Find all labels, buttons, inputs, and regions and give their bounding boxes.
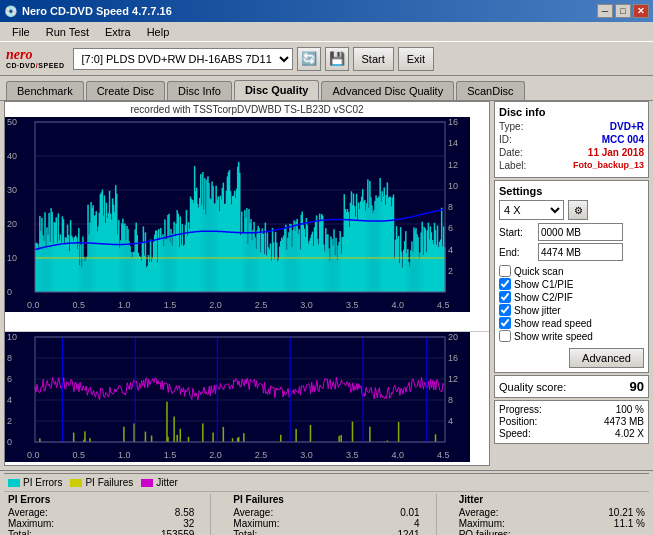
chart-bottom [5,332,489,465]
speed-selector[interactable]: 4 X [499,200,564,220]
pif-total-value: 1241 [397,529,419,535]
jitter-stats: Jitter Average: 10.21 % Maximum: 11.1 % … [453,494,645,535]
menu-run-test[interactable]: Run Test [38,24,97,40]
disc-label-label: Label: [499,160,526,171]
stats-area: PI Errors Average: 8.58 Maximum: 32 Tota… [4,491,649,535]
quality-score-label: Quality score: [499,381,566,393]
pif-stats: PI Failures Average: 0.01 Maximum: 4 Tot… [227,494,419,535]
toolbar: nero CD·DVD/SPEED [7:0] PLDS DVD+RW DH-1… [0,42,653,76]
quality-score-value: 90 [630,379,644,394]
pie-avg-value: 8.58 [175,507,194,518]
menu-bar: File Run Test Extra Help [0,22,653,42]
pie-total-label: Total: [8,529,32,535]
start-label: Start: [499,227,534,238]
show-c1pie-label: Show C1/PIE [514,279,573,290]
settings-icon-button[interactable]: ⚙ [568,200,588,220]
menu-file[interactable]: File [4,24,38,40]
pif-legend: PI Failures [70,477,133,488]
show-c1pie-checkbox[interactable] [499,278,511,290]
start-button[interactable]: Start [353,47,394,71]
progress-label: Progress: [499,404,542,415]
quality-score-row: Quality score: 90 [494,375,649,398]
refresh-button[interactable]: 🔄 [297,47,321,71]
drive-selector[interactable]: [7:0] PLDS DVD+RW DH-16ABS 7D11 [73,48,293,70]
menu-help[interactable]: Help [139,24,178,40]
disc-type-value: DVD+R [610,121,644,132]
chart-subtitle: recorded with TSSTcorpDVDWBD TS-LB23D vS… [5,102,489,117]
pif-stats-title: PI Failures [233,494,419,505]
end-label: End: [499,247,534,258]
minimize-button[interactable]: ─ [597,4,613,18]
pif-avg-label: Average: [233,507,273,518]
tab-bar: Benchmark Create Disc Disc Info Disc Qua… [0,76,653,100]
position-label: Position: [499,416,537,427]
speed-label: Speed: [499,428,531,439]
disc-info-title: Disc info [499,106,644,118]
pie-legend-label: PI Errors [23,477,62,488]
title-bar-text: Nero CD-DVD Speed 4.7.7.16 [22,5,172,17]
maximize-button[interactable]: □ [615,4,631,18]
app-icon: 💿 [4,5,18,18]
settings-title: Settings [499,185,644,197]
disc-date-value: 11 Jan 2018 [588,147,644,158]
advanced-button[interactable]: Advanced [569,348,644,368]
pif-color-box [70,479,82,487]
disc-type-label: Type: [499,121,523,132]
pie-color-box [8,479,20,487]
exit-button[interactable]: Exit [398,47,434,71]
jitter-stats-title: Jitter [459,494,645,505]
disc-id-value: MCC 004 [602,134,644,145]
position-value: 4473 MB [604,416,644,427]
disc-date-label: Date: [499,147,523,158]
pif-total-label: Total: [233,529,257,535]
chart-top [5,117,489,332]
show-c2pif-checkbox[interactable] [499,291,511,303]
pie-max-label: Maximum: [8,518,54,529]
legend-bar: PI Errors PI Failures Jitter [4,473,649,491]
disc-id-label: ID: [499,134,512,145]
show-read-speed-checkbox[interactable] [499,317,511,329]
quick-scan-label: Quick scan [514,266,563,277]
save-button[interactable]: 💾 [325,47,349,71]
po-failures-value: - [642,529,645,535]
pie-max-value: 32 [183,518,194,529]
show-write-speed-checkbox[interactable] [499,330,511,342]
tab-scan-disc[interactable]: ScanDisc [456,81,524,100]
tab-disc-info[interactable]: Disc Info [167,81,232,100]
progress-box: Progress: 100 % Position: 4473 MB Speed:… [494,400,649,444]
pie-legend: PI Errors [8,477,62,488]
speed-value: 4.02 X [615,428,644,439]
jitter-legend: Jitter [141,477,178,488]
end-input[interactable] [538,243,623,261]
jitter-avg-value: 10.21 % [608,507,645,518]
pif-max-value: 4 [414,518,420,529]
tab-disc-quality[interactable]: Disc Quality [234,80,320,100]
show-read-speed-label: Show read speed [514,318,592,329]
app-logo: nero CD·DVD/SPEED [6,48,65,69]
jitter-max-label: Maximum: [459,518,505,529]
pif-legend-label: PI Failures [85,477,133,488]
tab-advanced-disc-quality[interactable]: Advanced Disc Quality [321,81,454,100]
disc-info-box: Disc info Type: DVD+R ID: MCC 004 Date: … [494,101,649,178]
quick-scan-checkbox[interactable] [499,265,511,277]
close-button[interactable]: ✕ [633,4,649,18]
disc-label-value: Foto_backup_13 [573,160,644,171]
po-failures-label: PO failures: [459,529,511,535]
pie-stats: PI Errors Average: 8.58 Maximum: 32 Tota… [8,494,194,535]
show-jitter-label: Show jitter [514,305,561,316]
tab-create-disc[interactable]: Create Disc [86,81,165,100]
show-write-speed-label: Show write speed [514,331,593,342]
menu-extra[interactable]: Extra [97,24,139,40]
jitter-color-box [141,479,153,487]
pif-max-label: Maximum: [233,518,279,529]
jitter-legend-label: Jitter [156,477,178,488]
pif-avg-value: 0.01 [400,507,419,518]
pie-stats-title: PI Errors [8,494,194,505]
tab-benchmark[interactable]: Benchmark [6,81,84,100]
start-input[interactable] [538,223,623,241]
show-jitter-checkbox[interactable] [499,304,511,316]
pie-avg-label: Average: [8,507,48,518]
jitter-max-value: 11.1 % [614,518,645,529]
progress-value: 100 % [616,404,644,415]
show-c2pif-label: Show C2/PIF [514,292,573,303]
